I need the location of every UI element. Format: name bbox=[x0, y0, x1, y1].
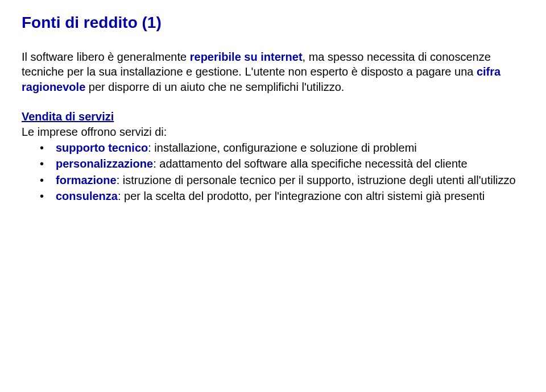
list-item: supporto tecnico: installazione, configu… bbox=[40, 140, 524, 155]
intro-text-1: Il software libero è generalmente bbox=[22, 51, 190, 63]
item-desc: : istruzione di personale tecnico per il… bbox=[117, 174, 516, 186]
services-section: Vendita di servizi Le imprese offrono se… bbox=[22, 109, 524, 203]
item-key: consulenza bbox=[56, 190, 118, 202]
item-key: supporto tecnico bbox=[56, 141, 148, 154]
list-item: personalizzazione: adattamento del softw… bbox=[40, 156, 524, 171]
section-heading: Vendita di servizi bbox=[22, 109, 524, 124]
section-lead: Le imprese offrono servizi di: bbox=[22, 124, 524, 139]
services-list: supporto tecnico: installazione, configu… bbox=[40, 140, 524, 204]
list-item: consulenza: per la scelta del prodotto, … bbox=[40, 189, 524, 203]
item-key: personalizzazione bbox=[56, 157, 153, 170]
item-desc: : adattamento del software alla specific… bbox=[153, 157, 468, 170]
item-desc: : per la scelta del prodotto, per l'inte… bbox=[118, 190, 485, 202]
intro-text-3: per disporre di un aiuto che ne semplifi… bbox=[85, 81, 344, 93]
intro-paragraph: Il software libero è generalmente reperi… bbox=[22, 49, 524, 94]
keyword-reperibile: reperibile su internet bbox=[190, 51, 303, 63]
list-item: formazione: istruzione di personale tecn… bbox=[40, 173, 524, 187]
item-key: formazione bbox=[56, 174, 117, 186]
page-title: Fonti di reddito (1) bbox=[22, 12, 524, 34]
item-desc: : installazione, configurazione e soluzi… bbox=[148, 141, 417, 154]
